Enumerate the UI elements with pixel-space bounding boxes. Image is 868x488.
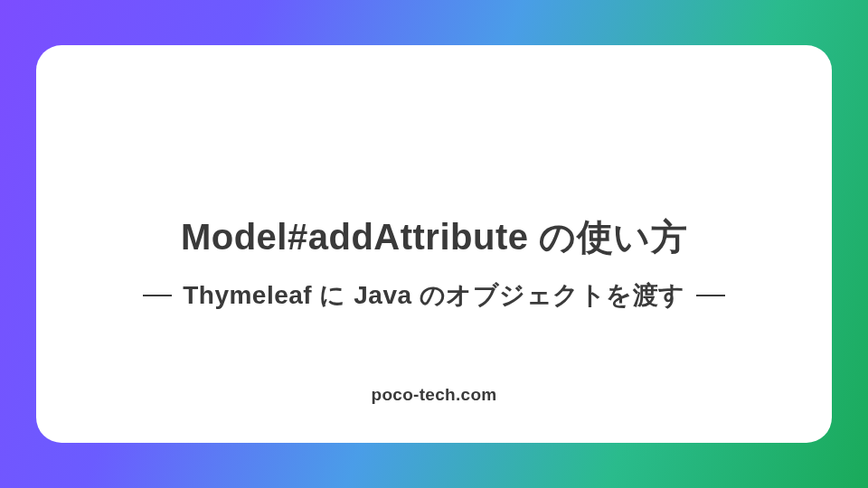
subtitle-row: Thymeleaf に Java のオブジェクトを渡す bbox=[143, 278, 725, 313]
content-card: Model#addAttribute の使い方 Thymeleaf に Java… bbox=[36, 45, 832, 443]
page-subtitle: Thymeleaf に Java のオブジェクトを渡す bbox=[183, 278, 685, 313]
dash-right-icon bbox=[696, 295, 725, 296]
page-title: Model#addAttribute の使い方 bbox=[181, 212, 687, 262]
domain-label: poco-tech.com bbox=[371, 385, 496, 405]
content-top: Model#addAttribute の使い方 Thymeleaf に Java… bbox=[143, 212, 725, 313]
dash-left-icon bbox=[143, 295, 172, 296]
